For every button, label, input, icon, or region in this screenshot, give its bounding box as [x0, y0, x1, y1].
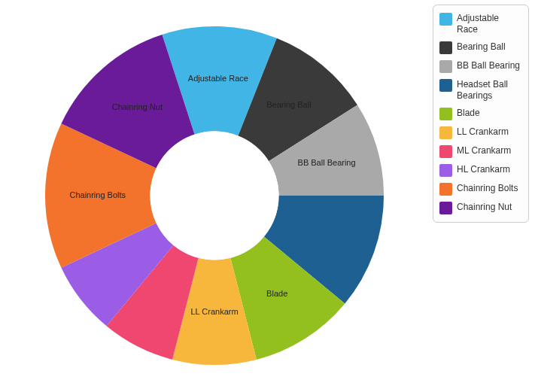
legend-label: Bearing Ball [457, 41, 522, 53]
legend-item[interactable]: Blade [438, 105, 524, 123]
legend-swatch [439, 164, 452, 177]
legend-label: Adjustable Race [457, 13, 522, 35]
legend-swatch [439, 108, 452, 120]
legend-swatch [439, 183, 452, 196]
legend-item[interactable]: HL Crankarm [438, 161, 524, 180]
legend-swatch [439, 126, 452, 139]
legend-label: ML Crankarm [457, 145, 522, 156]
legend-label: Chainring Nut [457, 202, 522, 213]
legend-swatch [439, 60, 452, 73]
legend-swatch [439, 202, 452, 214]
legend-item[interactable]: ML Crankarm [438, 142, 524, 161]
donut-hole [150, 132, 279, 260]
legend-item[interactable]: Chainring Bolts [438, 180, 524, 199]
legend-item[interactable]: Bearing Ball [438, 38, 524, 57]
legend-item[interactable]: Adjustable Race [438, 10, 524, 38]
legend-label: HL Crankarm [457, 164, 522, 175]
legend-swatch [439, 79, 452, 92]
legend-item[interactable]: Chainring Nut [438, 199, 524, 217]
donut-chart: Adjustable RaceBearing BallBB Ball Beari… [0, 0, 421, 392]
legend-item[interactable]: Headset Ball Bearings [438, 76, 524, 105]
legend-item[interactable]: BB Ball Bearing [438, 57, 524, 76]
legend-label: LL Crankarm [457, 126, 522, 138]
legend-swatch [439, 41, 452, 54]
legend-label: Chainring Bolts [457, 183, 522, 194]
legend-label: Headset Ball Bearings [457, 79, 522, 102]
legend-swatch [439, 145, 452, 158]
legend: Adjustable RaceBearing BallBB Ball Beari… [433, 5, 529, 223]
legend-swatch [439, 13, 452, 26]
legend-label: BB Ball Bearing [457, 60, 522, 71]
legend-item[interactable]: LL Crankarm [438, 123, 524, 142]
legend-label: Blade [457, 108, 522, 119]
